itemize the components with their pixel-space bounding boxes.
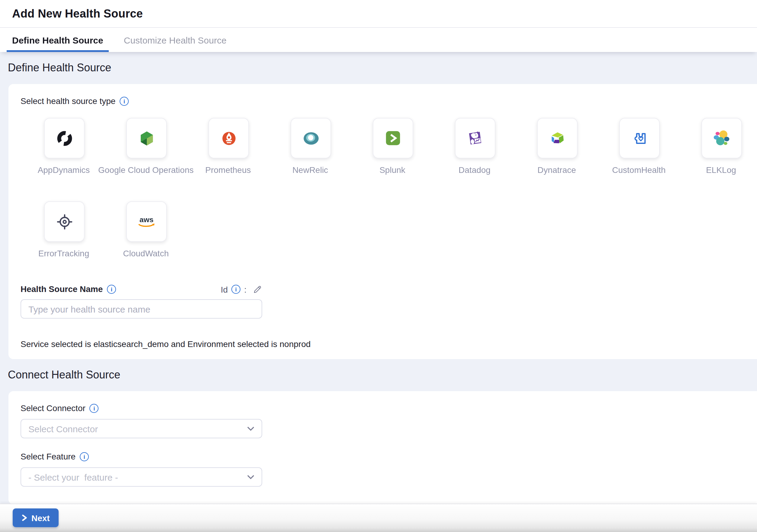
splunk-icon [384, 129, 402, 147]
tab-define-health-source[interactable]: Define Health Source [7, 28, 109, 52]
health-source-tile[interactable]: ErrorTracking [44, 201, 83, 259]
tab-customize-label: Customize Health Source [124, 35, 227, 45]
define-section-heading: Define Health Source [8, 62, 757, 74]
customhealth-icon [630, 129, 649, 147]
feature-select-placeholder: - Select your feature - [28, 472, 118, 482]
page-title: Add New Health Source [12, 7, 143, 20]
health-source-tile[interactable]: NewRelic [290, 118, 330, 175]
health-source-tile-box [373, 118, 413, 158]
health-source-tile[interactable]: CustomHealth [619, 118, 658, 175]
screen: Add New Health Source Define Health Sour… [0, 0, 757, 532]
health-source-tile-box [701, 118, 742, 158]
cloudwatch-icon: aws [135, 212, 158, 231]
tab-customize-health-source[interactable]: Customize Health Source [118, 28, 232, 52]
dynatrace-icon [548, 129, 567, 147]
newrelic-icon [301, 129, 320, 148]
select-feature-label: Select Feature [20, 452, 76, 462]
health-source-tile[interactable]: ELKLog [701, 118, 741, 175]
health-source-name-label: Health Source Name [20, 284, 103, 295]
connector-label-row: Select Connector i [20, 403, 745, 414]
connect-health-source-card: Select Connector i Select Connector Sele… [9, 391, 757, 504]
id-group: Id i : [221, 284, 262, 294]
page-header: Add New Health Source [0, 0, 757, 28]
info-icon[interactable]: i [90, 404, 99, 413]
info-icon[interactable]: i [120, 97, 129, 106]
health-source-tile-box [44, 118, 85, 158]
chevron-right-icon [22, 515, 27, 521]
service-environment-note: Service selected is elasticsearch_demo a… [20, 339, 745, 349]
info-icon[interactable]: i [107, 285, 116, 294]
health-source-tile-label: CloudWatch [79, 248, 212, 258]
feature-label-row: Select Feature i [20, 452, 745, 462]
chevron-down-icon [247, 426, 254, 431]
tab-bar: Define Health Source Customize Health So… [0, 28, 757, 52]
health-source-tile-label: ELKLog [654, 165, 757, 175]
source-type-label-row: Select health source type i [20, 96, 745, 107]
health-source-name-input[interactable] [20, 299, 262, 319]
health-source-tile-box [290, 118, 331, 158]
edit-id-pencil-icon[interactable] [253, 284, 262, 294]
appdynamics-icon [55, 129, 74, 147]
health-source-tile-box [619, 118, 660, 158]
info-icon[interactable]: i [80, 452, 89, 461]
elk-icon [712, 128, 732, 148]
next-button-label: Next [31, 513, 50, 523]
select-connector-label: Select Connector [20, 403, 85, 414]
health-source-tile[interactable]: aws CloudWatch [126, 201, 166, 259]
id-label: Id [221, 284, 228, 294]
define-health-source-card: Select health source type i AppDynamics … [9, 84, 757, 359]
datadog-icon [466, 129, 485, 147]
footer-bar: Next [0, 504, 757, 532]
connector-select-placeholder: Select Connector [28, 423, 98, 434]
prometheus-icon [220, 129, 238, 147]
health-source-tile-box [44, 201, 85, 242]
google-cloud-operations-icon [137, 129, 156, 147]
health-source-tile-box [537, 118, 578, 158]
name-label-row: Health Source Name i Id i : [20, 284, 262, 295]
health-source-tile-box: aws [126, 201, 167, 242]
health-source-tile-box [455, 118, 496, 158]
main-content: Define Health Source Select health sourc… [0, 62, 757, 504]
errortracking-icon [55, 212, 74, 231]
health-source-tile[interactable]: AppDynamics [44, 118, 83, 175]
connector-select[interactable]: Select Connector [20, 419, 262, 438]
health-source-tile-box [208, 118, 249, 158]
add-health-source-page: Add New Health Source Define Health Sour… [0, 0, 757, 532]
health-source-name-label-wrap: Health Source Name i [20, 284, 116, 295]
health-source-tile[interactable]: Splunk [373, 118, 412, 175]
svg-text:aws: aws [139, 215, 154, 224]
active-tab-underline [7, 50, 109, 52]
info-icon[interactable]: i [231, 285, 240, 294]
feature-select[interactable]: - Select your feature - [20, 467, 262, 487]
next-button[interactable]: Next [13, 509, 59, 527]
health-source-tile[interactable]: Google Cloud Operations [126, 118, 166, 175]
tab-define-label: Define Health Source [12, 35, 103, 45]
chevron-down-icon [247, 475, 254, 480]
id-separator: : [244, 284, 247, 294]
source-type-label: Select health source type [20, 96, 115, 107]
connect-section-heading: Connect Health Source [8, 369, 757, 381]
health-source-type-grid: AppDynamics Google Cloud Operations Prom… [44, 118, 745, 259]
health-source-tile[interactable]: Prometheus [208, 118, 248, 175]
health-source-tile[interactable]: Dynatrace [537, 118, 576, 175]
health-source-tile-box [126, 118, 167, 158]
health-source-tile[interactable]: Datadog [455, 118, 494, 175]
